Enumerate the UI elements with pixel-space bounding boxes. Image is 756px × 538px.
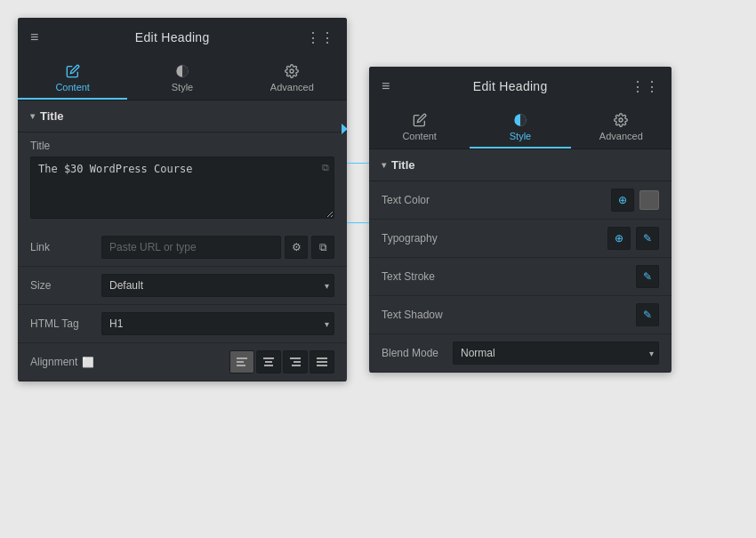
left-panel: ≡ Edit Heading ⋮⋮ Content [18, 18, 347, 381]
size-select[interactable]: Default Small Medium Large XL XXL [101, 274, 334, 297]
left-section-title: ▾ Title [18, 100, 347, 132]
right-tab-content-label: Content [402, 131, 437, 141]
right-tab-content[interactable]: Content [369, 106, 470, 149]
align-right-icon [289, 356, 302, 368]
blend-mode-field-row: Blend Mode Normal Multiply Screen Overla… [369, 334, 672, 373]
right-pencil-icon [413, 113, 427, 127]
title-field-wrap: Title The $30 WordPress Course ⧉ [18, 132, 347, 229]
hamburger-icon[interactable]: ≡ [30, 29, 38, 45]
size-field-row: Size Default Small Medium Large XL XXL [18, 267, 347, 305]
align-justify-btn[interactable] [310, 350, 334, 373]
alignment-field-row: Alignment ⬜ [18, 343, 347, 381]
gear-icon [285, 64, 299, 78]
right-tab-style[interactable]: Style [470, 106, 570, 149]
link-control: ⚙ ⧉ [101, 236, 334, 259]
text-color-globe-btn[interactable]: ⊕ [611, 189, 634, 212]
link-settings-btn[interactable]: ⚙ [285, 236, 308, 259]
svg-rect-9 [294, 361, 301, 363]
typography-label: Typography [382, 232, 453, 245]
link-input[interactable] [101, 236, 281, 259]
tab-content[interactable]: Content [18, 57, 127, 100]
left-panel-body: Title The $30 WordPress Course ⧉ Link ⚙ … [18, 132, 347, 381]
title-field-label: Title [30, 140, 334, 152]
right-panel-header: ≡ Edit Heading ⋮⋮ [369, 67, 672, 106]
link-copy-btn[interactable]: ⧉ [311, 236, 334, 259]
grid-icon[interactable]: ⋮⋮ [306, 29, 334, 46]
connector-line-shadow [347, 222, 369, 223]
typography-edit-btn[interactable]: ✎ [636, 227, 659, 250]
section-title-text: Title [40, 109, 64, 123]
align-right-btn[interactable] [283, 350, 308, 373]
style-icon [175, 64, 189, 78]
svg-rect-10 [292, 365, 301, 366]
text-shadow-field-row: Text Shadow ✎ [369, 296, 672, 334]
text-shadow-control: ✎ [453, 303, 659, 326]
text-color-swatch[interactable] [639, 190, 659, 210]
left-panel-tabs: Content Style Advanced [18, 57, 347, 100]
right-tab-advanced[interactable]: Advanced [571, 106, 672, 149]
blend-mode-select[interactable]: Normal Multiply Screen Overlay Darken Li… [453, 341, 659, 365]
right-section-title: ▾ Title [369, 149, 672, 181]
text-stroke-edit-btn[interactable]: ✎ [636, 265, 659, 288]
right-panel-tabs: Content Style Advanced [369, 106, 672, 149]
svg-point-15 [619, 118, 623, 122]
tab-content-label: Content [55, 82, 90, 92]
text-stroke-field-row: Text Stroke ✎ [369, 258, 672, 296]
text-color-field-row: Text Color ⊕ [369, 181, 672, 220]
text-color-control: ⊕ [453, 189, 659, 212]
text-color-label: Text Color [382, 194, 453, 206]
svg-rect-11 [317, 357, 327, 359]
monitor-icon: ⬜ [82, 357, 94, 368]
tab-style-label: Style [172, 82, 193, 92]
right-panel: ≡ Edit Heading ⋮⋮ Content [369, 67, 672, 373]
blend-mode-control: Normal Multiply Screen Overlay Darken Li… [453, 341, 659, 365]
typography-field-row: Typography ⊕ ✎ [369, 220, 672, 258]
tab-advanced-label: Advanced [270, 82, 314, 92]
left-panel-title: Edit Heading [135, 30, 210, 44]
right-gear-icon [614, 113, 628, 127]
alignment-buttons [229, 350, 334, 373]
alignment-control [101, 350, 334, 373]
html-tag-select[interactable]: H1 H2 H3 H4 H5 H6 div span p [101, 312, 334, 335]
right-style-icon [513, 113, 527, 127]
tab-advanced[interactable]: Advanced [237, 57, 347, 100]
alignment-label: Alignment ⬜ [30, 356, 101, 368]
text-shadow-edit-btn[interactable]: ✎ [636, 303, 659, 326]
link-field-row: Link ⚙ ⧉ [18, 229, 347, 267]
svg-rect-7 [264, 365, 273, 366]
section-chevron-icon: ▾ [30, 111, 35, 121]
html-tag-field-row: HTML Tag H1 H2 H3 H4 H5 H6 div sp [18, 305, 347, 343]
right-grid-icon[interactable]: ⋮⋮ [631, 78, 659, 95]
text-stroke-label: Text Stroke [382, 270, 453, 283]
typography-globe-btn[interactable]: ⊕ [607, 227, 631, 250]
blend-mode-label: Blend Mode [382, 347, 453, 359]
right-panel-body: Text Color ⊕ Typography ⊕ ✎ Tex [369, 181, 672, 373]
align-left-icon [236, 356, 248, 368]
align-center-btn[interactable] [256, 350, 281, 373]
align-center-icon [262, 356, 275, 368]
connector-line-typography [347, 163, 369, 164]
svg-rect-13 [317, 365, 327, 366]
align-justify-icon [316, 356, 328, 368]
svg-rect-8 [290, 357, 301, 359]
textarea-copy-icon: ⧉ [322, 162, 329, 173]
right-section-title-text: Title [391, 158, 415, 172]
align-left-btn[interactable] [229, 350, 254, 373]
tab-style[interactable]: Style [127, 57, 237, 100]
link-label: Link [30, 241, 101, 253]
right-hamburger-icon[interactable]: ≡ [382, 78, 390, 94]
svg-rect-12 [317, 361, 327, 363]
svg-rect-5 [263, 357, 274, 359]
html-tag-control: H1 H2 H3 H4 H5 H6 div span p ▾ [101, 312, 334, 335]
svg-rect-6 [265, 361, 272, 363]
left-panel-arrow [342, 124, 347, 134]
typography-control: ⊕ ✎ [453, 227, 659, 250]
right-tab-advanced-label: Advanced [599, 131, 643, 141]
right-panel-wrap: ≡ Edit Heading ⋮⋮ Content [369, 67, 672, 373]
title-textarea[interactable]: The $30 WordPress Course [30, 157, 334, 219]
svg-point-1 [290, 69, 294, 73]
left-panel-header: ≡ Edit Heading ⋮⋮ [18, 18, 347, 57]
right-panel-title: Edit Heading [473, 79, 548, 93]
right-tab-style-label: Style [510, 131, 531, 141]
pencil-icon [66, 64, 80, 78]
